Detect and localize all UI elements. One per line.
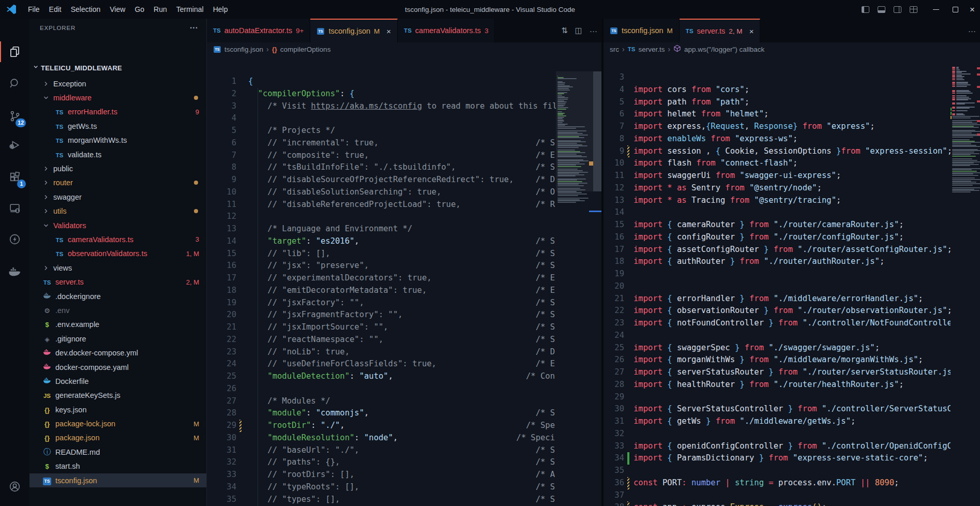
tree-folder-router[interactable]: router [29,176,206,190]
docker-icon[interactable] [0,259,29,284]
code-line[interactable]: import { assetConfigRouter } from "./rou… [604,244,951,256]
code-line[interactable]: // "jsx": "preserve",/* S [207,260,556,272]
tree-folder-public[interactable]: public [29,161,206,175]
tree-folder-utils[interactable]: utils [29,204,206,218]
scrollbar-thumb[interactable] [593,71,601,191]
tree-file--env[interactable]: ⚙.env [29,303,206,317]
code-line[interactable]: // "paths": {},/* S [207,456,556,469]
tree-file-package-json[interactable]: {}package.jsonM [29,431,206,445]
code-line[interactable]: // "types": [],/* S [207,494,556,506]
code-line[interactable]: import cors from "cors"; [604,84,951,96]
tree-file--gitignore[interactable]: ◈.gitignore [29,332,206,346]
code-editor[interactable]: 1234567891011121314151617181920212223242… [207,56,601,506]
code-line[interactable]: // "jsxFragmentFactory": "",/* S [207,309,556,321]
tree-file-morganwithws-ts[interactable]: TSmorganWithWs.ts [29,133,206,147]
tab-tsconfig-json[interactable]: TStsconfig.jsonM× [310,19,398,42]
menu-edit[interactable]: Edit [44,3,66,16]
remote-explorer-icon[interactable] [0,196,29,220]
code-line[interactable]: // "lib": [],/* S [207,248,556,260]
tree-folder-middleware[interactable]: middleware [29,91,206,105]
code-line[interactable]: "rootDir": "./",/* Spe [207,420,556,432]
menu-selection[interactable]: Selection [66,3,105,16]
code-line[interactable]: // "jsxFactory": "",/* S [207,297,556,309]
code-line[interactable] [604,71,951,84]
code-line[interactable]: // "disableSolutionSearching": true,/* O [207,186,556,199]
tree-file-generatekeysets-js[interactable]: JSgenerateKeySets.js [29,389,206,403]
code-line[interactable]: import { configRouter } from "./router/c… [604,231,951,244]
tree-file-keys-json[interactable]: {}keys.json [29,403,206,416]
code-line[interactable]: // "emitDecoratorMetadata": true,/* E [207,285,556,297]
tree-file--dockerignore[interactable]: .dockerignore [29,289,206,303]
close-button[interactable]: × [970,5,975,14]
code-line[interactable]: const PORT: number | string = process.en… [604,477,951,489]
code-line[interactable]: import { morganWithWs } from "./middlewa… [604,354,951,366]
code-line[interactable]: import { observationRouter } from "./rou… [604,305,951,317]
code-text-area[interactable]: import cors from "cors";import path from… [604,56,951,506]
code-line[interactable]: import { authRouter } from "./router/aut… [604,256,951,268]
code-line[interactable]: // "jsxImportSource": "",/* S [207,321,556,334]
code-line[interactable]: // "rootDirs": [],/* A [207,469,556,481]
code-line[interactable] [207,112,556,125]
source-control-icon[interactable]: 12 [0,103,29,128]
code-line[interactable]: /* Projects */ [207,125,556,137]
maximize-button[interactable] [953,7,958,12]
tree-file-package-lock-json[interactable]: {}package-lock.jsonM [29,416,206,430]
run-debug-icon[interactable] [0,133,29,158]
breadcrumb[interactable]: TStsconfig.json›{}compilerOptions [207,42,601,56]
code-line[interactable]: /* Modules */ [207,395,556,408]
tree-file-tsconfig-json[interactable]: TStsconfig.jsonM [29,473,206,487]
code-line[interactable]: import swaggerUi from "swagger-ui-expres… [604,170,951,182]
code-editor[interactable]: 3456789101112131415161718192021222324252… [604,56,980,506]
menu-help[interactable]: Help [208,3,233,16]
code-line[interactable]: import enableWs from "express-ws"; [604,133,951,145]
minimize-button[interactable] [933,9,939,10]
code-line[interactable] [604,206,951,219]
tab-cameravalidators-ts[interactable]: TScameraValidators.ts3 [398,19,495,42]
tree-folder-exception[interactable]: Exception [29,77,206,91]
code-line[interactable]: /* Language and Environment */ [207,223,556,235]
code-line[interactable]: "module": "commonjs",/* S [207,407,556,420]
accounts-icon[interactable] [0,474,29,499]
views-more-actions-icon[interactable]: ··· [190,23,198,33]
code-line[interactable]: // "tsBuildInfoFile": "./.tsbuildinfo",/… [207,161,556,174]
menu-run[interactable]: Run [149,3,172,16]
explorer-icon[interactable] [0,39,29,64]
tree-file-observationvalidators-ts[interactable]: TSobservationValidators.ts1, M [29,247,206,261]
breadcrumb-item[interactable]: app.ws("/logger") callback [684,46,764,53]
code-line[interactable]: import path from "path"; [604,96,951,109]
menu-go[interactable]: Go [130,3,149,16]
code-line[interactable]: import * as Sentry from "@sentry/node"; [604,182,951,195]
menu-view[interactable]: View [105,3,130,16]
code-line[interactable]: import { getWs } from "./middleware/getW… [604,415,951,428]
code-line[interactable]: "moduleResolution": "node",/* Speci [207,432,556,444]
tab-autodataextractor-ts[interactable]: TSautoDataExtractor.ts9+ [207,19,310,42]
close-icon[interactable]: × [386,27,391,36]
code-line[interactable]: import { notFoundController } from "./co… [604,317,951,330]
split-editor-icon[interactable]: ◫ [575,26,582,35]
code-line[interactable]: import * as Tracing from "@sentry/tracin… [604,195,951,207]
code-line[interactable]: import { serverStatusRouter } from "./ro… [604,366,951,379]
code-line[interactable]: // "composite": true,/* E [207,150,556,162]
code-line[interactable]: // "disableReferencedProjectLoad": true,… [207,199,556,211]
breadcrumb-item[interactable]: compilerOptions [280,46,331,53]
tree-file-dev-docker-compose-yml[interactable]: dev.docker-compose.yml [29,346,206,360]
code-line[interactable] [604,391,951,404]
code-line[interactable]: "compilerOptions": { [207,88,556,100]
code-line[interactable]: // "disableSourceOfProjectReferenceRedir… [207,174,556,186]
code-line[interactable]: // "useDefineForClassFields": true,/* E [207,358,556,370]
search-icon[interactable] [0,71,29,96]
code-line[interactable] [604,428,951,440]
tree-file-errorhandler-ts[interactable]: TSerrorHandler.ts9 [29,105,206,119]
code-line[interactable]: import { healthRouter } from "./router/h… [604,379,951,391]
tree-file--env-example[interactable]: $.env.example [29,318,206,332]
code-line[interactable]: { [207,76,556,88]
tree-folder-validators[interactable]: Validators [29,218,206,232]
tree-folder-swagger[interactable]: swagger [29,190,206,204]
tree-file-readme-md[interactable]: ⓘREADME.md [29,445,206,459]
code-line[interactable] [604,280,951,293]
code-line[interactable]: "moduleDetection": "auto",/* Con [207,370,556,383]
code-line[interactable]: import { ParamsDictionary } from "expres… [604,452,951,465]
code-line[interactable]: // "experimentalDecorators": true,/* E [207,272,556,285]
code-line[interactable] [604,330,951,342]
thunder-client-icon[interactable] [0,227,29,251]
